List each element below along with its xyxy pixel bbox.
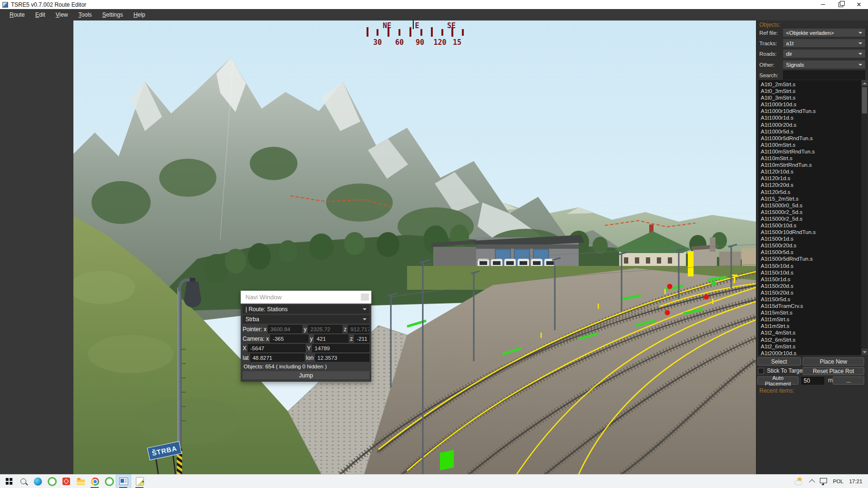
viewport[interactable]: ŠTRBA NE E SE 30 60 90 120 15 (73, 20, 756, 474)
list-item[interactable]: A1t2_6mStrt.s (761, 336, 861, 343)
camera-y-field[interactable]: 421 (314, 335, 348, 343)
list-item[interactable]: A1t15_2mStrt.s (761, 195, 861, 202)
more-options-button[interactable]: ... (833, 376, 864, 385)
list-item[interactable]: A1t150r5d.s (761, 296, 861, 303)
x-field[interactable]: -5647 (248, 344, 306, 352)
list-item[interactable]: A1t100mStrtRndTun.s (761, 148, 861, 155)
list-item[interactable]: A1t15dTramCrv.s (761, 303, 861, 309)
list-item[interactable]: A1t15000r0_5d.s (761, 202, 861, 209)
taskbar-explorer-button[interactable] (73, 475, 88, 488)
list-item[interactable]: A1t1mStrt.s (761, 316, 861, 323)
camera-z-field[interactable]: -211 (354, 335, 369, 343)
taskbar-tsre-button[interactable] (116, 475, 131, 488)
search-input[interactable] (783, 71, 865, 80)
list-item[interactable]: A1t100mStrt.s (761, 142, 861, 148)
taskbar-app2-button[interactable] (102, 475, 116, 488)
language-indicator[interactable]: POL (833, 478, 843, 484)
taskbar-edge-button[interactable] (31, 475, 45, 488)
list-item[interactable]: A1t15000r2_5d.s (761, 215, 861, 222)
scroll-up-icon[interactable] (861, 80, 868, 86)
list-item[interactable]: A1t2000r10d.s (761, 350, 861, 355)
roads-combo[interactable]: dir (783, 50, 865, 58)
pointer-y-field[interactable]: 2325.72 (308, 325, 342, 333)
network-icon[interactable] (820, 478, 827, 483)
menu-item[interactable]: View (51, 11, 73, 18)
ref-file-combo[interactable]: <Objekte verladen> (783, 29, 865, 37)
navi-station-combo[interactable]: Strba (243, 315, 369, 324)
navi-close-button[interactable] (361, 294, 369, 301)
list-item[interactable]: A1t1500r5d.s (761, 249, 861, 255)
list-item[interactable]: A1t2_4mStrt.s (761, 329, 861, 336)
minimize-button[interactable] (814, 0, 832, 9)
camera-x-field[interactable]: -365 (270, 335, 308, 343)
menu-item[interactable]: Edit (30, 11, 51, 18)
list-item[interactable]: A1t1000r1d.s (761, 114, 861, 121)
list-item[interactable]: A1t15mStrt.s (761, 309, 861, 316)
list-item[interactable]: A1t1000r10d.s (761, 101, 861, 108)
list-item[interactable]: A1t2_6mStrt.s (761, 343, 861, 350)
taskbar-acrobat-button[interactable] (59, 475, 73, 488)
list-item[interactable]: A1t1mStrt.s (761, 323, 861, 329)
list-item[interactable]: A1t10mStrtRndTun.s (761, 162, 861, 168)
compass-number: 15 (453, 38, 461, 47)
object-list-scrollbar[interactable] (861, 80, 868, 355)
stick-to-target-checkbox[interactable] (758, 368, 764, 374)
chevron-up-icon[interactable] (809, 479, 816, 485)
list-item[interactable]: A1t1000r20d.s (761, 122, 861, 128)
close-button[interactable]: ✕ (850, 0, 868, 9)
pointer-x-field[interactable]: 3600.84 (268, 325, 302, 333)
place-new-button[interactable]: Place New (803, 357, 864, 366)
list-item[interactable]: A1t1500r10d.s (761, 222, 861, 229)
menu-item[interactable]: Help (128, 11, 151, 18)
taskbar-notepad-button[interactable] (133, 475, 147, 488)
list-item[interactable]: A1t0_3mStrt.s (761, 94, 861, 101)
list-item[interactable]: A1t1000r10dRndTun.s (761, 108, 861, 114)
list-item[interactable]: A1t150r10d.s (761, 269, 861, 276)
menu-item[interactable]: Route (4, 11, 30, 18)
navi-window-titlebar[interactable]: Navi Window (241, 291, 371, 304)
other-combo[interactable]: Signals (783, 61, 865, 69)
taskbar-app-button[interactable] (45, 475, 59, 488)
pointer-z-field[interactable]: 912.717 (348, 325, 369, 333)
start-button[interactable] (2, 475, 16, 488)
menu-item[interactable]: Tools (73, 11, 97, 18)
list-item[interactable]: A1t1500r5dRndTun.s (761, 255, 861, 262)
auto-placement-button[interactable]: Auto Placement (757, 376, 798, 385)
list-item[interactable]: A1t0_3mStrt.s (761, 88, 861, 94)
list-item[interactable]: A1t1000r5dRndTun.s (761, 135, 861, 142)
y-field[interactable]: 14789 (312, 344, 369, 352)
lon-field[interactable]: 12.3573 (315, 354, 369, 362)
tracks-combo[interactable]: a1t (783, 39, 865, 47)
viewport-3d-scene[interactable]: ŠTRBA (73, 20, 756, 474)
jump-button[interactable]: Jump (243, 371, 369, 379)
scrollbar-thumb[interactable] (862, 87, 867, 113)
list-item[interactable]: A1t150r10d.s (761, 263, 861, 269)
list-item[interactable]: A1t1500r20d.s (761, 242, 861, 249)
list-item[interactable]: A1t150r20d.s (761, 289, 861, 296)
list-item[interactable]: A1t120r5d.s (761, 189, 861, 195)
select-button[interactable]: Select (757, 357, 801, 366)
auto-placement-distance-input[interactable] (801, 377, 824, 385)
weather-icon[interactable] (795, 478, 804, 485)
scroll-down-icon[interactable] (861, 349, 868, 355)
menu-item[interactable]: Settings (97, 11, 128, 18)
reset-place-rot-button[interactable]: Reset Place Rot (803, 367, 864, 375)
lat-field[interactable]: 48.8271 (250, 354, 305, 362)
list-item[interactable]: A1t150r20d.s (761, 283, 861, 289)
list-item[interactable]: A1t1500r10dRndTun.s (761, 229, 861, 235)
list-item[interactable]: A1t10mStrt.s (761, 155, 861, 162)
list-item[interactable]: A1t15000r2_5d.s (761, 209, 861, 215)
navi-route-combo[interactable]: | Route: Stations (243, 305, 369, 314)
list-item[interactable]: A1t1500r1d.s (761, 235, 861, 242)
list-item[interactable]: A1t120r20d.s (761, 182, 861, 188)
list-item[interactable]: A1t120r1d.s (761, 175, 861, 182)
list-item[interactable]: A1t120r10d.s (761, 168, 861, 175)
list-item[interactable]: A1t0_2mStrt.s (761, 81, 861, 88)
compass-tick (367, 27, 368, 37)
list-item[interactable]: A1t1000r5d.s (761, 128, 861, 135)
taskbar-search-button[interactable] (16, 475, 31, 488)
list-item[interactable]: A1t150r1d.s (761, 276, 861, 283)
clock[interactable]: 17:21 (849, 478, 862, 484)
taskbar-chrome-button[interactable] (88, 475, 102, 488)
restore-button[interactable] (832, 0, 850, 9)
